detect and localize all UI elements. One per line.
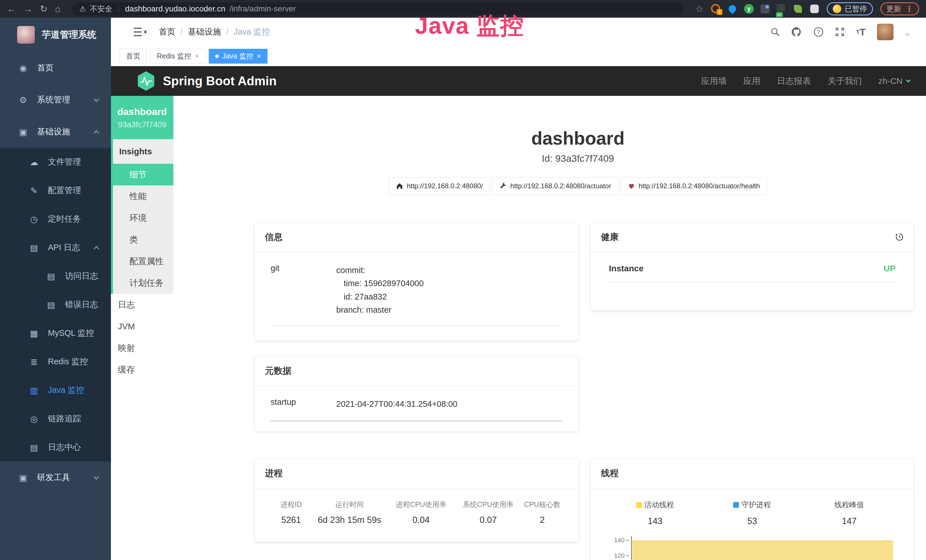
extensions-puzzle-icon[interactable] bbox=[810, 5, 819, 13]
sba-nav-wallboard[interactable]: 应用墙 bbox=[701, 75, 727, 87]
dashboard-icon: ◉ bbox=[18, 63, 29, 73]
metadata-card: 元数据 startup 2021-04-27T00:44:31.254+08:0… bbox=[254, 356, 579, 431]
sidebar-item-error-log[interactable]: ▤ 错误日志 bbox=[0, 291, 111, 319]
system-cpu-value: 0.07 bbox=[455, 515, 522, 525]
annotation-text: Java 监控 bbox=[415, 10, 524, 42]
extension-drop-icon[interactable] bbox=[728, 4, 737, 14]
dark-square-icon bbox=[776, 4, 785, 11]
sba-nav-journal[interactable]: 日志报表 bbox=[777, 75, 811, 87]
sba-menu-caches[interactable]: 缓存 bbox=[111, 359, 173, 381]
url-path: /infra/admin-server bbox=[229, 4, 296, 14]
sidebar-item-home[interactable]: ◉ 首页 bbox=[0, 52, 111, 84]
refresh-icon[interactable]: ↻ bbox=[40, 4, 48, 14]
close-icon[interactable] bbox=[257, 52, 261, 60]
sba-menu-jvm[interactable]: JVM bbox=[111, 316, 173, 337]
sidebar-item-infra[interactable]: ▣ 基础设施 bbox=[0, 116, 111, 148]
github-icon[interactable] bbox=[791, 27, 802, 37]
status-badge: UP bbox=[884, 263, 896, 273]
sba-nav-about[interactable]: 关于我们 bbox=[828, 75, 862, 87]
sidebar-item-log-center[interactable]: ▤ 日志中心 bbox=[0, 433, 111, 462]
app-logo[interactable]: 芋道管理系统 bbox=[0, 18, 111, 52]
browser-home-icon[interactable]: ⌂ bbox=[55, 4, 61, 14]
url-host: dashboard.yudao.iocoder.cn bbox=[125, 4, 225, 14]
extension-grid-icon[interactable] bbox=[761, 4, 770, 14]
security-label[interactable]: 不安全 bbox=[90, 4, 112, 14]
user-avatar[interactable] bbox=[877, 24, 893, 40]
locale-select[interactable]: zh-CN bbox=[878, 76, 910, 86]
address-bar[interactable]: ⚠ 不安全 dashboard.yudao.iocoder.cn /infra/… bbox=[72, 2, 684, 15]
app-title: 芋道管理系统 bbox=[42, 29, 96, 41]
sidebar-item-tracing[interactable]: ◎ 链路追踪 bbox=[0, 404, 111, 433]
active-tab-dot bbox=[215, 54, 219, 58]
sba-menu-config-props[interactable]: 配置属性 bbox=[113, 250, 173, 272]
startup-value: 2021-04-27T00:44:31.254+08:00 bbox=[336, 397, 457, 410]
sba-menu-details[interactable]: 细节 bbox=[113, 164, 173, 185]
sidebar-item-redis[interactable]: ≣ Redis 监控 bbox=[0, 348, 111, 376]
tab-redis-monitor[interactable]: Redis 监控 bbox=[150, 49, 205, 64]
sidebar-item-config[interactable]: ✎ 配置管理 bbox=[0, 176, 111, 205]
tab-java-monitor[interactable]: Java 监控 bbox=[209, 49, 268, 64]
sba-nav-applications[interactable]: 应用 bbox=[743, 75, 760, 87]
close-icon[interactable] bbox=[195, 52, 199, 60]
divider bbox=[118, 5, 119, 12]
infra-submenu: ☁ 文件管理 ✎ 配置管理 ◷ 定时任务 ▤ API 日志 ▤ 访问日志 ▤ 错… bbox=[0, 148, 111, 462]
sidebar-item-mysql[interactable]: ▦ MySQL 监控 bbox=[0, 319, 111, 348]
breadcrumb-infra[interactable]: 基础设施 bbox=[180, 26, 221, 38]
search-icon[interactable] bbox=[770, 27, 780, 36]
extension-y-icon[interactable]: y bbox=[744, 4, 754, 14]
breadcrumb-home[interactable]: 首页 bbox=[159, 26, 176, 38]
log-icon: ▤ bbox=[45, 271, 56, 281]
forward-icon[interactable]: → bbox=[23, 4, 33, 14]
health-card: 健康 Instance UP bbox=[590, 222, 914, 311]
threads-legend: 活动线程 143 守护进程 bbox=[607, 500, 898, 526]
service-url-button[interactable]: http://192.168.0.2:48080/ bbox=[389, 177, 490, 195]
bookmark-star-icon[interactable]: ☆ bbox=[695, 3, 704, 14]
actuator-url-button[interactable]: http://192.168.0.2:48080/actuator bbox=[492, 177, 618, 195]
paused-pill[interactable]: 已暂停 bbox=[827, 2, 873, 15]
sidebar-item-files[interactable]: ☁ 文件管理 bbox=[0, 148, 111, 176]
sba-sidebar: dashboard 93a3fc7f7409 Insights 细节 性能 环境… bbox=[111, 96, 173, 560]
extension-leaf-icon[interactable] bbox=[794, 5, 802, 13]
threads-card-title: 线程 bbox=[601, 467, 619, 479]
tab-home[interactable]: 首页 bbox=[120, 49, 147, 64]
fullscreen-icon[interactable] bbox=[835, 27, 845, 37]
help-icon[interactable]: ? bbox=[813, 27, 824, 37]
sba-menu-classes[interactable]: 类 bbox=[113, 229, 173, 250]
health-url-button[interactable]: http://192.168.0.2:48080/actuator/health bbox=[620, 177, 767, 195]
extension-orange-icon[interactable]: 1 bbox=[711, 4, 721, 14]
peak-threads-value: 147 bbox=[842, 516, 857, 526]
sba-menu-scheduled-tasks[interactable]: 计划任务 bbox=[113, 272, 173, 294]
svg-text:?: ? bbox=[817, 29, 820, 35]
sidebar-item-api-log[interactable]: ▤ API 日志 bbox=[0, 233, 111, 262]
caret-down-icon[interactable] bbox=[905, 33, 910, 36]
warning-icon: ⚠ bbox=[79, 5, 86, 14]
sba-menu-mappings[interactable]: 映射 bbox=[111, 337, 173, 359]
sba-title: Spring Boot Admin bbox=[163, 74, 277, 88]
history-icon[interactable] bbox=[895, 233, 903, 241]
sba-menu-metrics[interactable]: 性能 bbox=[113, 185, 173, 207]
sidebar-item-access-log[interactable]: ▤ 访问日志 bbox=[0, 262, 111, 291]
sba-brand[interactable]: Spring Boot Admin bbox=[136, 71, 277, 91]
chevron-up-icon bbox=[94, 246, 99, 251]
sidebar-item-jobs[interactable]: ◷ 定时任务 bbox=[0, 205, 111, 233]
instance-label: Instance bbox=[609, 263, 644, 273]
back-icon[interactable]: ← bbox=[7, 4, 16, 14]
database-icon: ▦ bbox=[29, 328, 39, 338]
insights-group: Insights 细节 性能 环境 类 配置属性 计划任务 bbox=[111, 139, 173, 294]
sidebar-item-java-monitor[interactable]: ▥ Java 监控 bbox=[0, 376, 111, 404]
menu-collapse-icon[interactable] bbox=[134, 27, 146, 37]
font-size-icon[interactable]: TT bbox=[856, 27, 865, 38]
menu-kebab-icon[interactable]: ⋮ bbox=[905, 4, 913, 14]
tab-bar: 首页 Redis 监控 Java 监控 bbox=[111, 46, 926, 66]
git-commit-info: commit: time: 1596289704000 id: 27aa832 … bbox=[336, 263, 424, 317]
update-button[interactable]: 更新 ⋮ bbox=[881, 2, 919, 15]
sidebar-item-system[interactable]: ⚙ 系统管理 bbox=[0, 84, 111, 116]
sba-logo bbox=[136, 71, 156, 91]
legend-label-daemon: 守护进程 bbox=[741, 500, 771, 510]
info-row-label: git bbox=[271, 263, 336, 317]
sba-menu-logs[interactable]: 日志 bbox=[111, 294, 173, 316]
sba-menu-environment[interactable]: 环境 bbox=[113, 207, 173, 229]
chevron-down-icon bbox=[94, 474, 99, 480]
sidebar-item-dev-tools[interactable]: ▣ 研发工具 bbox=[0, 462, 111, 493]
extension-on-icon[interactable]: on bbox=[776, 4, 786, 14]
